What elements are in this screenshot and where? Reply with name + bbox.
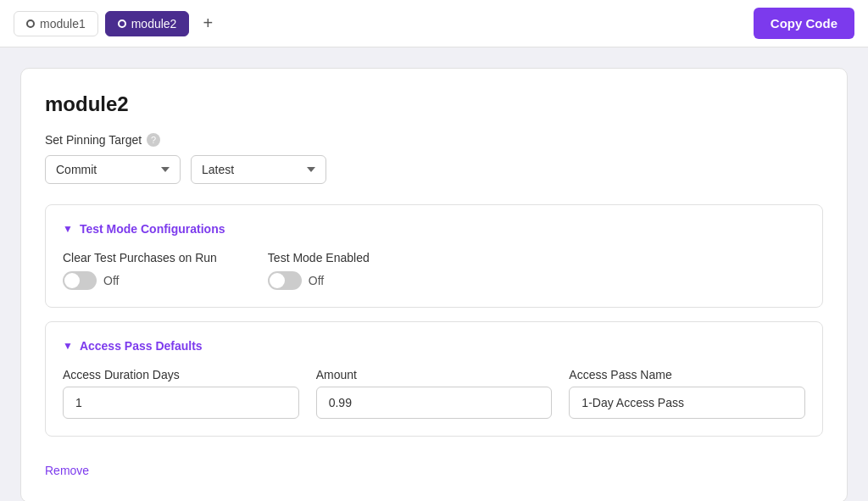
copy-code-button[interactable]: Copy Code — [754, 8, 854, 39]
access-pass-name-input[interactable] — [569, 387, 805, 419]
amount-input[interactable] — [316, 387, 553, 419]
amount-label: Amount — [316, 368, 553, 381]
clear-test-purchases-toggle-wrapper: Off — [63, 271, 217, 290]
access-duration-label: Access Duration Days — [63, 368, 299, 381]
access-pass-inputs-row: Access Duration Days Amount Access Pass … — [63, 368, 805, 419]
module-card: module2 Set Pinning Target ? Commit Tag … — [20, 68, 848, 501]
pinning-target-label: Set Pinning Target ? — [45, 133, 823, 147]
tab-dot-module2 — [118, 19, 126, 28]
top-bar: module1 module2 + Copy Code — [0, 0, 868, 47]
clear-test-purchases-off-label: Off — [103, 274, 119, 287]
clear-test-purchases-label: Clear Test Purchases on Run — [63, 251, 217, 264]
tab-dot-module1 — [26, 19, 35, 28]
access-pass-header[interactable]: ▼ Access Pass Defaults — [63, 339, 805, 353]
remove-link[interactable]: Remove — [45, 464, 89, 477]
pinning-target-text: Set Pinning Target — [45, 133, 142, 147]
tab-module2[interactable]: module2 — [105, 11, 190, 36]
dropdowns-row: Commit Tag Branch Latest v1.0 v2.0 — [45, 155, 823, 184]
access-pass-name-group: Access Pass Name — [569, 368, 805, 419]
clear-test-purchases-toggle[interactable] — [63, 271, 97, 290]
access-pass-section: ▼ Access Pass Defaults Access Duration D… — [45, 321, 823, 437]
collapse-icon: ▼ — [63, 223, 73, 235]
access-duration-input[interactable] — [63, 387, 299, 419]
test-mode-enabled-off-label: Off — [309, 274, 324, 287]
clear-test-purchases-group: Clear Test Purchases on Run Off — [63, 251, 217, 290]
add-tab-button[interactable]: + — [196, 10, 220, 36]
module-title: module2 — [45, 92, 823, 116]
toggle-row: Clear Test Purchases on Run Off Test Mod… — [63, 251, 805, 290]
test-mode-section: ▼ Test Mode Configurations Clear Test Pu… — [45, 204, 823, 308]
test-mode-enabled-toggle[interactable] — [268, 271, 302, 290]
test-mode-enabled-toggle-wrapper: Off — [268, 271, 370, 290]
access-collapse-icon: ▼ — [63, 340, 73, 352]
test-mode-header[interactable]: ▼ Test Mode Configurations — [63, 222, 805, 236]
pinning-type-select[interactable]: Commit Tag Branch — [45, 155, 181, 184]
main-content: module2 Set Pinning Target ? Commit Tag … — [0, 47, 868, 501]
test-mode-enabled-label: Test Mode Enabled — [268, 251, 370, 264]
tab-module1[interactable]: module1 — [14, 11, 98, 36]
access-pass-title: Access Pass Defaults — [80, 339, 203, 353]
test-mode-enabled-group: Test Mode Enabled Off — [268, 251, 370, 290]
test-mode-title: Test Mode Configurations — [80, 222, 225, 236]
pinning-value-select[interactable]: Latest v1.0 v2.0 — [191, 155, 326, 184]
help-icon[interactable]: ? — [147, 133, 160, 147]
tab-module2-label: module2 — [131, 17, 177, 31]
access-pass-name-label: Access Pass Name — [569, 368, 805, 381]
access-duration-group: Access Duration Days — [63, 368, 299, 419]
amount-group: Amount — [316, 368, 553, 419]
tab-module1-label: module1 — [40, 17, 86, 31]
